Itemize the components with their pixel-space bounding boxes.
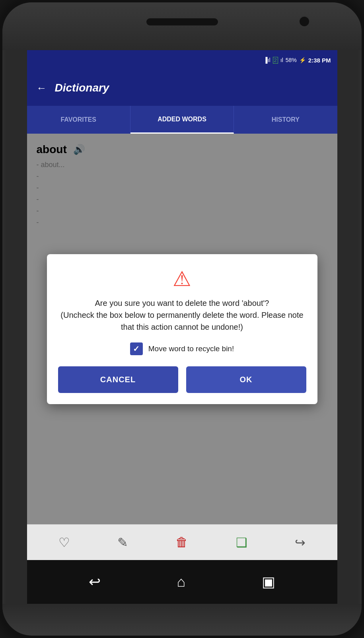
time-display: 2:38 PM <box>308 57 331 64</box>
favorite-icon[interactable]: ♡ <box>58 535 70 550</box>
delete-icon[interactable]: 🗑 <box>175 535 188 550</box>
recycle-bin-checkbox[interactable]: ✓ <box>130 342 143 355</box>
back-button[interactable]: ← <box>37 82 47 94</box>
app-header: ← Dictionary <box>27 70 337 106</box>
dialog-overlay: ⚠ Are you sure you want to delete the wo… <box>27 134 337 524</box>
confirm-dialog: ⚠ Are you sure you want to delete the wo… <box>47 254 317 404</box>
tab-added-words[interactable]: ADDED WORDS <box>130 106 234 134</box>
tabs: FAVORITES ADDED WORDS HISTORY <box>27 106 337 134</box>
status-icons: ▐ıl 2 ıl 58% ⚡ 2:38 PM <box>264 57 331 64</box>
edit-icon[interactable]: ✎ <box>117 535 128 550</box>
action-bar: ♡ ✎ 🗑 ❑ ↪ <box>27 524 337 560</box>
checkbox-row: ✓ Move word to recycle bin! <box>130 342 234 355</box>
signal1-icon: ▐ıl <box>264 57 271 63</box>
nav-bar: ↩ ⌂ ▣ <box>27 560 337 604</box>
back-nav-icon[interactable]: ↩ <box>89 574 101 590</box>
phone-top <box>2 2 362 50</box>
main-content: about 🔊 - about... - - - - - ⚠ Are you s… <box>27 134 337 524</box>
speaker <box>146 18 218 25</box>
share-icon[interactable]: ↪ <box>295 535 306 550</box>
volume-button <box>0 161 2 185</box>
battery-icon: ⚡ <box>299 57 306 63</box>
home-nav-icon[interactable]: ⌂ <box>177 574 186 590</box>
phone-frame: ▐ıl 2 ıl 58% ⚡ 2:38 PM ← Dictionary FAVO… <box>0 0 364 638</box>
status-bar: ▐ıl 2 ıl 58% ⚡ 2:38 PM <box>27 50 337 70</box>
copy-icon[interactable]: ❑ <box>236 535 247 550</box>
screen: ▐ıl 2 ıl 58% ⚡ 2:38 PM ← Dictionary FAVO… <box>27 50 337 604</box>
signal3-icon: ıl <box>280 57 283 63</box>
checkmark-icon: ✓ <box>133 344 140 354</box>
battery-percent: 58% <box>286 57 297 63</box>
checkbox-label: Move word to recycle bin! <box>148 344 234 353</box>
camera <box>299 16 310 27</box>
dialog-buttons: CANCEL OK <box>58 366 306 393</box>
app-title: Dictionary <box>55 82 109 94</box>
ok-button[interactable]: OK <box>186 366 306 393</box>
cancel-button[interactable]: CANCEL <box>58 366 178 393</box>
tab-favorites[interactable]: FAVORITES <box>27 106 130 134</box>
warning-icon: ⚠ <box>173 267 191 291</box>
recent-nav-icon[interactable]: ▣ <box>262 574 275 590</box>
signal2-icon: 2 <box>273 57 278 64</box>
phone-bottom <box>2 604 362 636</box>
power-button <box>362 142 364 181</box>
tab-history[interactable]: HISTORY <box>234 106 337 134</box>
dialog-message: Are you sure you want to delete the word… <box>58 297 306 333</box>
